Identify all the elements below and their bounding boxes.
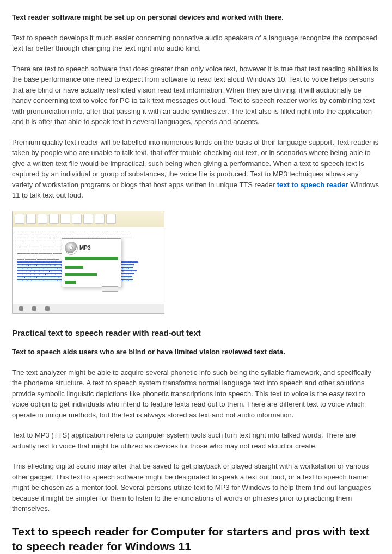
intro-bold-text: Text reader software might be set up on …	[12, 12, 380, 23]
toolbar-button	[15, 214, 24, 224]
toolbar-button	[26, 214, 36, 224]
screenshot-toolbar	[13, 211, 164, 227]
toolbar-button	[83, 214, 93, 224]
play-control-icon	[45, 306, 50, 311]
section-heading: Practical text to speech reader with rea…	[12, 327, 380, 340]
big-heading: Text to speech reader for Computer for s…	[12, 524, 380, 554]
toolbar-button	[95, 214, 105, 224]
toolbar-button	[49, 214, 59, 224]
paragraph-1: Text to speech develops it much easier c…	[12, 33, 380, 54]
screenshot-text-area: ▬▬▬▬ ▬▬▬▬▬ ▬▬ ▬▬▬▬▬▬ ▬▬▬▬ ▬▬▬▬▬▬▬ ▬▬ ▬▬▬…	[13, 227, 164, 304]
dialog-button	[102, 286, 118, 292]
progress-bar	[65, 257, 118, 260]
toolbar-button	[38, 214, 47, 224]
paragraph-2: There are text to speech software that d…	[12, 64, 380, 127]
toolbar-button	[72, 214, 82, 224]
toolbar-button	[106, 214, 116, 224]
play-control-icon	[32, 306, 36, 311]
progress-bar	[65, 281, 76, 284]
progress-bar	[65, 266, 83, 269]
progress-bar	[65, 273, 97, 276]
mp3-label: MP3	[79, 244, 91, 252]
play-control-icon	[19, 306, 23, 311]
mp3-export-dialog: MP3	[62, 238, 121, 287]
sub-bold-text: Text to speech aids users who are blind …	[12, 347, 380, 358]
software-screenshot: ▬▬▬▬ ▬▬▬▬▬ ▬▬ ▬▬▬▬▬▬ ▬▬▬▬ ▬▬▬▬▬▬▬ ▬▬ ▬▬▬…	[12, 211, 164, 314]
paragraph-6: This effecting digital sound may after t…	[12, 461, 380, 514]
paragraph-3: Premium quality text reader will be labe…	[12, 137, 380, 201]
screenshot-player-bar	[13, 304, 164, 313]
paragraph-4: The text analyzer might be able to acqui…	[12, 367, 380, 421]
cd-icon	[65, 242, 78, 255]
toolbar-button	[60, 214, 70, 224]
paragraph-5: Text to MP3 (TTS) application refers to …	[12, 430, 380, 451]
tts-reader-link[interactable]: text to speech reader	[277, 181, 348, 189]
